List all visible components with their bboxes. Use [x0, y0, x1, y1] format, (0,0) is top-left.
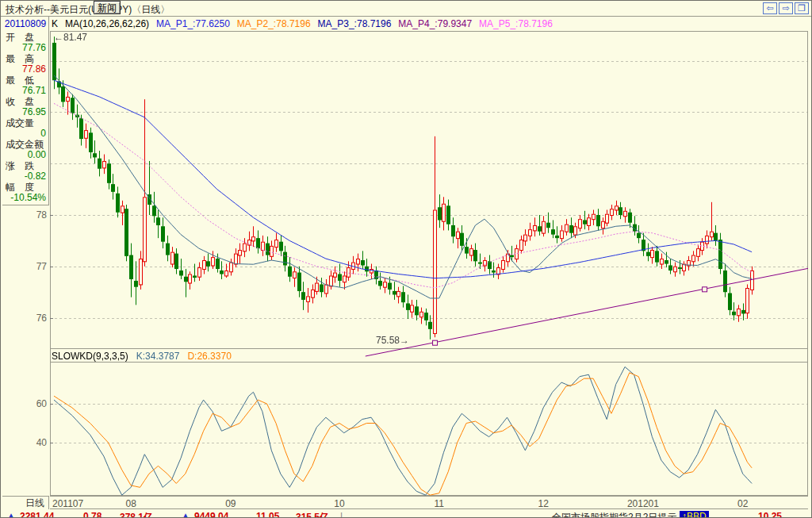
sh-index-value[interactable]: 2281.44	[20, 511, 54, 518]
sh-index-icon: ▲	[7, 511, 15, 518]
y-axis-label: 77	[29, 261, 47, 272]
status-right-value: 10.25	[758, 511, 782, 518]
slowkd-d-value: D:26.3370	[187, 351, 231, 362]
indicator-ma-p5: MA_P5_:78.7196	[479, 18, 553, 29]
sz-index-amount: 315.5亿	[296, 511, 329, 518]
indicator-ma-p1: MA_P1_:77.6250	[156, 18, 230, 29]
x-axis-label: 09	[225, 498, 236, 509]
status-bar: ▲ 2281.44 0.78 378.1亿 ▲ 9449.04 11.05 31…	[1, 510, 812, 518]
x-axis-label: 11	[435, 498, 444, 509]
news-ticker[interactable]: 全国市场股指期货2月2日提示	[552, 511, 676, 518]
indicator-ma-p3: MA_P3_:78.7196	[318, 18, 392, 29]
cascade-windows-icon[interactable]: ❐	[795, 2, 809, 14]
quote-row-change: 涨 跌 -0.82	[2, 161, 48, 182]
x-axis-label: 201107	[52, 498, 83, 509]
sz-index-change: 11.05	[256, 511, 279, 518]
quote-row-volume: 成交量 0	[2, 118, 48, 139]
high-price-annotation: ←81.47	[54, 32, 87, 43]
slowkd-params-label: SLOWKD(9,3,3,5)	[52, 351, 128, 362]
news-button[interactable]: 新闻	[94, 1, 121, 14]
nav-buttons: ⇦ ⇨ ❐	[763, 2, 809, 14]
x-axis-row	[50, 496, 808, 509]
indicator-ma-p4: MA_P4_:79.9347	[398, 18, 472, 29]
y-axis-label: 40	[29, 437, 47, 448]
indicator-ma-params: MA(10,26,26,62,26)	[65, 18, 149, 29]
app-window: 技术分析--美元日元(USDJPY)〈日线〉 新闻 ⇦ ⇨ ❐ K MA(10,…	[0, 0, 812, 518]
slowkd-header: SLOWKD(9,3,3,5) K:34.3787 D:26.3370	[52, 351, 232, 362]
quote-row-range: 幅 度 -10.54%	[2, 182, 48, 203]
y-axis-label: 78	[29, 209, 47, 221]
x-axis-label: 02	[737, 498, 748, 509]
status-separator: |	[340, 511, 343, 518]
quote-row-open: 开 盘 77.76	[2, 33, 48, 53]
title-bar: 技术分析--美元日元(USDJPY)〈日线〉 新闻 ⇦ ⇨ ❐	[1, 1, 811, 17]
page-title: 技术分析--美元日元(USDJPY)〈日线〉	[6, 3, 170, 17]
sh-index-amount: 378.1亿	[120, 511, 153, 518]
indicator-k-label: K	[52, 18, 58, 29]
x-axis-label: 12	[538, 498, 549, 509]
x-axis-label: 08	[125, 498, 136, 509]
y-axis-label: 60	[29, 398, 47, 409]
forward-arrow-icon[interactable]: ⇨	[779, 2, 793, 14]
chart-canvas[interactable]	[50, 31, 808, 496]
sz-index-value[interactable]: 9449.04	[194, 511, 228, 518]
quote-row-low: 最 低 76.71	[2, 75, 48, 96]
quote-sidebar: 20110809 开 盘 77.76 最 高 77.86 最 低 76.71 收…	[2, 17, 49, 205]
slowkd-k-value: K:34.3787	[136, 351, 180, 362]
period-label[interactable]: 日线	[2, 496, 49, 509]
quote-row-high: 最 高 77.86	[2, 54, 48, 75]
low-price-annotation: 75.58→	[376, 335, 409, 346]
indicator-header: K MA(10,26,26,62,26) MA_P1_:77.6250 MA_P…	[52, 18, 553, 29]
y-axis-label: 76	[29, 313, 47, 324]
quote-row-turnover: 成交金额 0.00	[2, 140, 48, 160]
x-axis-label: 201201	[627, 498, 659, 509]
quote-date: 20110809	[2, 18, 48, 29]
bbd-badge[interactable]: ↑BBD	[680, 511, 709, 518]
quote-row-close: 收 盘 76.95	[2, 97, 48, 117]
x-axis-label: 10	[334, 498, 344, 509]
indicator-ma-p2: MA_P2_:78.7196	[237, 18, 311, 29]
sz-index-icon: ▲	[182, 511, 190, 518]
sh-index-change: 0.78	[83, 511, 102, 518]
back-arrow-icon[interactable]: ⇦	[763, 2, 777, 14]
